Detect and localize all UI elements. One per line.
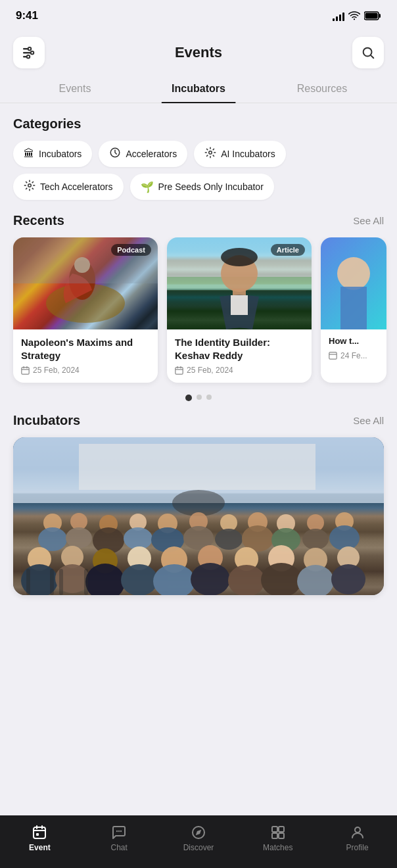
svg-point-53 xyxy=(124,527,152,550)
recent-card-keshav[interactable]: Article The Identity Builder: Keshav Red… xyxy=(167,237,312,383)
howto-card-body: How t... 24 Fe... xyxy=(321,329,386,368)
signal-icon xyxy=(333,11,344,21)
calendar-small-icon3 xyxy=(329,351,337,360)
svg-rect-26 xyxy=(231,295,248,315)
nav-label-discover: Discover xyxy=(183,843,214,852)
nav-label-event: Event xyxy=(29,843,51,852)
carousel-dots xyxy=(13,395,384,401)
svg-rect-84 xyxy=(84,569,88,595)
recents-scroll: Podcast Napoleon's Maxims and Strategy 2… xyxy=(0,237,397,389)
svg-point-78 xyxy=(261,563,302,595)
calendar-small-icon xyxy=(21,366,30,375)
svg-point-12 xyxy=(209,151,212,155)
calendar-icon xyxy=(32,825,47,840)
search-icon xyxy=(361,45,375,60)
dot-1 xyxy=(185,395,192,401)
svg-point-80 xyxy=(331,564,365,594)
recent-card-howto[interactable]: How t... 24 Fe... xyxy=(321,237,386,383)
incubators-card[interactable] xyxy=(13,437,384,595)
search-button[interactable] xyxy=(352,37,384,68)
svg-point-91 xyxy=(118,831,120,832)
dot-3 xyxy=(206,395,212,400)
howto-card-date: 24 Fe... xyxy=(329,351,379,360)
howto-card-title: How t... xyxy=(329,336,379,347)
bottom-nav: Event Chat Discover Matches xyxy=(0,815,397,868)
svg-point-60 xyxy=(329,525,360,550)
incubators-icon: 🏛 xyxy=(24,148,34,160)
incubators-see-all[interactable]: See All xyxy=(353,415,384,426)
svg-rect-95 xyxy=(272,827,277,832)
svg-rect-2 xyxy=(365,13,378,19)
category-accelerators[interactable]: Accelerators xyxy=(99,141,187,167)
svg-point-8 xyxy=(27,55,30,59)
nav-item-matches[interactable]: Matches xyxy=(252,825,304,852)
nav-item-event[interactable]: Event xyxy=(13,825,66,852)
svg-rect-33 xyxy=(340,287,367,329)
nav-label-chat: Chat xyxy=(111,843,128,852)
tech-accelerators-icon xyxy=(24,180,35,194)
status-bar: 9:41 xyxy=(0,0,397,32)
svg-point-56 xyxy=(215,529,243,550)
recents-see-all[interactable]: See All xyxy=(353,215,384,226)
nav-label-profile: Profile xyxy=(346,843,369,852)
category-pre-seeds[interactable]: 🌱 Pre Seeds Only Incubator xyxy=(130,174,274,200)
howto-card-image xyxy=(321,237,386,329)
svg-point-51 xyxy=(66,527,92,548)
svg-rect-98 xyxy=(279,833,284,838)
napoleon-badge: Podcast xyxy=(111,244,151,256)
nav-item-profile[interactable]: Profile xyxy=(331,825,384,852)
filter-button[interactable] xyxy=(13,37,45,68)
svg-point-79 xyxy=(297,565,334,595)
svg-rect-85 xyxy=(34,827,45,838)
profile-icon xyxy=(350,825,365,840)
tab-incubators[interactable]: Incubators xyxy=(137,76,260,103)
keshav-card-body: The Identity Builder: Keshav Reddy 25 Fe… xyxy=(167,329,312,383)
napoleon-card-image: Podcast xyxy=(13,237,158,329)
calendar-small-icon2 xyxy=(175,366,183,375)
svg-point-99 xyxy=(355,827,360,832)
category-tech-accelerators[interactable]: Tech Accelerators xyxy=(13,174,124,200)
category-ai-incubators[interactable]: AI Incubators xyxy=(194,141,286,167)
howto-art xyxy=(321,237,386,329)
svg-rect-83 xyxy=(59,569,63,595)
incubators-section: Incubators See All xyxy=(13,413,384,595)
recents-header: Recents See All xyxy=(13,213,384,228)
page-title: Events xyxy=(175,44,222,61)
conference-image xyxy=(13,437,384,595)
chat-icon xyxy=(111,825,127,840)
svg-rect-18 xyxy=(22,367,29,374)
recents-title: Recents xyxy=(13,213,64,228)
category-incubators[interactable]: 🏛 Incubators xyxy=(13,141,92,167)
svg-rect-82 xyxy=(50,569,54,595)
svg-rect-1 xyxy=(379,14,381,18)
nav-item-chat[interactable]: Chat xyxy=(93,825,145,852)
keshav-card-date: 25 Feb, 2024 xyxy=(175,366,304,375)
svg-point-73 xyxy=(85,564,125,595)
keshav-card-image: Article xyxy=(167,237,312,329)
svg-point-77 xyxy=(228,565,265,595)
svg-point-90 xyxy=(116,831,118,832)
svg-point-6 xyxy=(31,51,34,55)
nav-item-discover[interactable]: Discover xyxy=(172,825,225,852)
tab-events[interactable]: Events xyxy=(13,76,137,103)
tabs: Events Incubators Resources xyxy=(0,76,397,103)
ai-incubators-icon xyxy=(204,147,216,161)
svg-rect-34 xyxy=(329,352,337,360)
categories-title: Categories xyxy=(13,116,384,132)
napoleon-card-body: Napoleon's Maxims and Strategy 25 Feb, 2… xyxy=(13,329,158,383)
svg-point-76 xyxy=(191,563,230,595)
napoleon-card-date: 25 Feb, 2024 xyxy=(21,366,150,375)
svg-rect-37 xyxy=(79,444,315,490)
tab-resources[interactable]: Resources xyxy=(260,76,384,103)
categories-list: 🏛 Incubators Accelerators AI Incubators xyxy=(13,141,384,200)
accelerators-icon xyxy=(109,147,121,161)
svg-point-13 xyxy=(28,184,32,187)
pre-seeds-icon: 🌱 xyxy=(141,181,154,193)
recent-card-napoleon[interactable]: Podcast Napoleon's Maxims and Strategy 2… xyxy=(13,237,158,383)
svg-point-75 xyxy=(153,564,195,595)
header: Events xyxy=(0,32,397,76)
svg-rect-97 xyxy=(272,833,277,838)
keshav-badge: Article xyxy=(271,244,305,256)
svg-rect-89 xyxy=(36,833,39,836)
status-icons xyxy=(333,11,381,21)
